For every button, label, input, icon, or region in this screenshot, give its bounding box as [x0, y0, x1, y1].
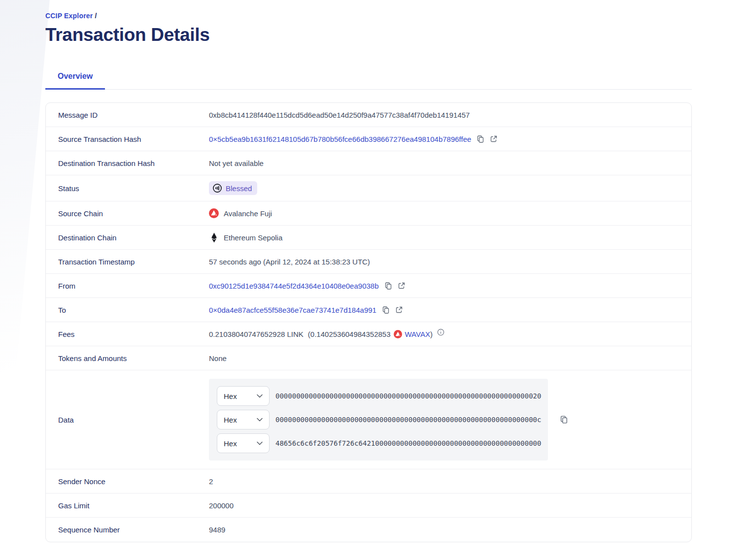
data-hex-line: Hex 48656c6c6f20576f726c6421000000000000… — [217, 433, 540, 453]
sender-nonce-text: 2 — [209, 477, 213, 486]
sequence-number-text: 9489 — [209, 526, 225, 534]
row-tokens-and-amounts: Tokens and Amounts None — [46, 346, 691, 370]
page-title: Transaction Details — [45, 25, 748, 45]
row-sequence-number: Sequence Number 9489 — [46, 518, 691, 542]
fees-value: 0.21038040747652928 LINK (0.140253604984… — [209, 324, 691, 344]
blessed-status-icon — [212, 183, 222, 193]
row-label: Gas Limit — [46, 501, 209, 510]
chevron-down-icon — [257, 418, 263, 422]
row-message-id: Message ID 0xb8cb414128f440e115dcd5d6ead… — [46, 103, 691, 127]
data-hex-line: Hex 000000000000000000000000000000000000… — [217, 410, 540, 429]
wavax-token-link[interactable]: WAVAX — [405, 330, 430, 338]
row-fees: Fees 0.21038040747652928 LINK (0.1402536… — [46, 322, 691, 346]
row-to: To 0×0da4e87acfce55f58e36e7cae73741e7d18… — [46, 298, 691, 322]
row-sender-nonce: Sender Nonce 2 — [46, 469, 691, 494]
data-format-label: Hex — [224, 439, 237, 448]
copy-icon[interactable] — [476, 135, 484, 143]
tab-overview[interactable]: Overview — [45, 67, 105, 90]
sequence-number-value: 9489 — [209, 520, 691, 540]
fees-content: 0.21038040747652928 LINK (0.140253604984… — [209, 330, 444, 338]
copy-icon[interactable] — [382, 306, 390, 314]
row-label: Fees — [46, 330, 209, 338]
transaction-details-page: CCIP Explorer/ Transaction Details Overv… — [0, 0, 748, 542]
status-badge: Blessed — [209, 181, 257, 195]
copy-icon[interactable] — [384, 282, 392, 290]
source-chain-value: Avalanche Fuji — [209, 202, 691, 224]
timestamp-text: 57 seconds ago (April 12, 2024 at 15:38:… — [209, 258, 370, 266]
source-tx-hash-link[interactable]: 0×5cb5ea9b1631f62148105d67b780b56fce66db… — [209, 135, 471, 143]
row-status: Status Blessed — [46, 175, 691, 201]
destination-chain: Ethereum Sepolia — [209, 232, 282, 243]
from-address-link[interactable]: 0xc90125d1e9384744e5f2d4364e10408e0ea903… — [209, 282, 379, 290]
status-value: Blessed — [209, 175, 691, 201]
chevron-down-icon — [257, 394, 263, 398]
row-label: Status — [46, 184, 209, 193]
row-transaction-timestamp: Transaction Timestamp 57 seconds ago (Ap… — [46, 250, 691, 274]
fees-amount: 0.21038040747652928 LINK — [209, 330, 304, 338]
external-link-icon[interactable] — [395, 306, 403, 314]
destination-tx-hash-value: Not yet available — [209, 153, 691, 173]
row-source-chain: Source Chain Avalanche Fuji — [46, 201, 691, 226]
destination-chain-value: Ethereum Sepolia — [209, 227, 691, 249]
row-label: Destination Chain — [46, 233, 209, 242]
info-icon[interactable] — [437, 329, 444, 336]
row-source-tx-hash: Source Transaction Hash 0×5cb5ea9b1631f6… — [46, 127, 691, 151]
breadcrumb-separator: / — [95, 12, 97, 20]
gas-limit-value: 200000 — [209, 495, 691, 516]
data-format-select[interactable]: Hex — [217, 386, 270, 406]
row-label: Source Chain — [46, 209, 209, 218]
data-hex-panel: Hex 000000000000000000000000000000000000… — [209, 379, 548, 461]
message-id-value: 0xb8cb414128f440e115dcd5d6ead50e14d250f9… — [209, 105, 691, 125]
data-format-label: Hex — [224, 392, 237, 400]
data-hex-text: 0000000000000000000000000000000000000000… — [275, 392, 541, 400]
row-label: Destination Transaction Hash — [46, 159, 209, 167]
row-label: Sequence Number — [46, 526, 209, 534]
row-label: To — [46, 306, 209, 314]
gas-limit-text: 200000 — [209, 501, 234, 510]
data-format-select[interactable]: Hex — [217, 410, 270, 429]
avalanche-icon — [209, 208, 219, 218]
tokens-text: None — [209, 354, 227, 362]
breadcrumb: CCIP Explorer/ — [45, 12, 748, 20]
transaction-details-card: Message ID 0xb8cb414128f440e115dcd5d6ead… — [45, 102, 692, 542]
external-link-icon[interactable] — [490, 135, 498, 143]
fees-converted-open: (0.140253604984352853 — [308, 330, 391, 338]
source-tx-hash-value: 0×5cb5ea9b1631f62148105d67b780b56fce66db… — [209, 129, 691, 149]
destination-tx-hash-text: Not yet available — [209, 159, 264, 167]
row-label: Message ID — [46, 111, 209, 119]
chevron-down-icon — [257, 441, 263, 445]
tokens-and-amounts-value: None — [209, 348, 691, 368]
row-label: Sender Nonce — [46, 477, 209, 486]
data-format-select[interactable]: Hex — [217, 433, 270, 453]
row-label: Tokens and Amounts — [46, 354, 209, 362]
copy-icon[interactable] — [560, 415, 568, 424]
row-label: Data — [46, 416, 209, 424]
source-chain: Avalanche Fuji — [209, 208, 272, 218]
data-format-label: Hex — [224, 416, 237, 424]
row-label: From — [46, 282, 209, 290]
fees-converted-close: ) — [430, 330, 433, 338]
message-id-text: 0xb8cb414128f440e115dcd5d6ead50e14d250f9… — [209, 111, 470, 119]
external-link-icon[interactable] — [398, 282, 406, 290]
row-data: Data Hex 0000000000000000000000000000000… — [46, 370, 691, 469]
sender-nonce-value: 2 — [209, 471, 691, 492]
avalanche-icon — [394, 330, 402, 338]
source-chain-name: Avalanche Fuji — [224, 209, 272, 218]
tab-bar: Overview — [45, 67, 692, 90]
row-label: Transaction Timestamp — [46, 258, 209, 266]
data-value: Hex 000000000000000000000000000000000000… — [209, 373, 691, 466]
breadcrumb-ccip-explorer-link[interactable]: CCIP Explorer — [45, 12, 93, 20]
from-value: 0xc90125d1e9384744e5f2d4364e10408e0ea903… — [209, 276, 691, 296]
transaction-timestamp-value: 57 seconds ago (April 12, 2024 at 15:38:… — [209, 252, 691, 272]
destination-chain-name: Ethereum Sepolia — [224, 233, 282, 242]
row-gas-limit: Gas Limit 200000 — [46, 494, 691, 518]
data-hex-text: 48656c6c6f20576f726c64210000000000000000… — [275, 439, 541, 447]
data-hex-line: Hex 000000000000000000000000000000000000… — [217, 386, 540, 406]
ethereum-icon — [209, 232, 219, 243]
row-from: From 0xc90125d1e9384744e5f2d4364e10408e0… — [46, 274, 691, 298]
row-destination-chain: Destination Chain Ethereum Sepolia — [46, 226, 691, 250]
to-address-link[interactable]: 0×0da4e87acfce55f58e36e7cae73741e7d184a9… — [209, 306, 376, 314]
row-label: Source Transaction Hash — [46, 135, 209, 143]
row-destination-tx-hash: Destination Transaction Hash Not yet ava… — [46, 151, 691, 175]
status-badge-label: Blessed — [226, 184, 252, 193]
